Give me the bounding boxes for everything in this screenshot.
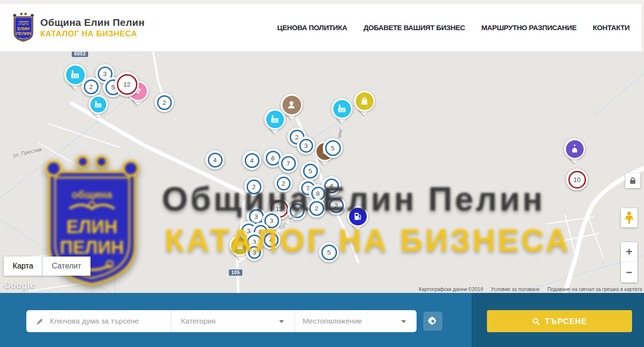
lock-control[interactable] — [625, 173, 640, 188]
search-icon — [532, 317, 540, 325]
cluster-count: 10 — [573, 176, 580, 183]
cluster-marker[interactable]: 2 — [307, 199, 326, 218]
cluster-marker[interactable]: 7 — [279, 154, 298, 173]
search-bar: Категория Местоположение ТЪРСЕНЕ — [0, 293, 644, 347]
cluster-count: 5 — [331, 145, 335, 152]
cluster-count: 12 — [123, 81, 130, 88]
map-canvas[interactable]: 3251222354467522748221283338343510 общин… — [0, 52, 644, 293]
cluster-marker[interactable]: 5 — [323, 138, 343, 158]
cluster-marker[interactable]: 4 — [242, 151, 261, 170]
factory-pin[interactable] — [89, 95, 108, 114]
chevron-down-icon — [279, 320, 284, 323]
map-attribution: Картографски данни ©2019 Условия за полз… — [419, 286, 642, 292]
cluster-count: 7 — [286, 160, 290, 167]
chevron-down-icon — [401, 320, 406, 323]
cluster-marker[interactable]: 2 — [81, 77, 101, 96]
cluster-count: 2 — [334, 202, 338, 209]
municipality-crest-icon: община ЕЛИН ПЕЛИН — [11, 12, 35, 43]
cluster-marker[interactable]: 5 — [319, 242, 339, 262]
cluster-count: 2 — [282, 180, 285, 187]
pegman-control[interactable] — [621, 208, 637, 227]
svg-text:ЕЛИН: ЕЛИН — [17, 26, 29, 31]
cluster-marker[interactable]: 4 — [205, 150, 225, 169]
attribution-terms-link[interactable]: Условия за ползване — [491, 286, 540, 292]
cluster-marker[interactable]: 10 — [566, 168, 588, 190]
map-type-control: Карта Сателит — [4, 257, 90, 276]
category-select[interactable]: Категория — [171, 310, 295, 332]
nav-item-contacts[interactable]: КОНТАКТИ — [593, 23, 630, 32]
cluster-count: 5 — [308, 168, 312, 175]
cluster-count: 2 — [315, 205, 318, 212]
logo-text: Община Елин Пелин КАТАЛОГ НА БИЗНЕСА — [40, 17, 145, 39]
cluster-count: 3 — [304, 142, 308, 149]
road-shield-label: 6002 — [72, 52, 88, 57]
attribution-report-link[interactable]: Подаване на сигнал за грешка в картата — [547, 286, 642, 292]
cluster-count: 12 — [275, 205, 282, 213]
site-title: Община Елин Пелин — [40, 17, 145, 28]
cluster-count: 5 — [327, 249, 331, 256]
cluster-marker[interactable]: 3 — [246, 244, 263, 261]
church-pin[interactable] — [564, 138, 585, 159]
nav-item-add-business[interactable]: ДОБАВЕТЕ ВАШИЯТ БИЗНЕС — [363, 23, 465, 32]
map-markers-layer: 3251222354467522748221283338343510 — [0, 52, 644, 293]
cluster-marker[interactable]: 4 — [261, 230, 281, 249]
cluster-count: 4 — [213, 157, 217, 164]
cluster-count: 2 — [162, 99, 166, 106]
main-nav: ЦЕНОВА ПОЛИТИКА ДОБАВЕТЕ ВАШИЯТ БИЗНЕС М… — [277, 4, 630, 51]
nav-item-pricing[interactable]: ЦЕНОВА ПОЛИТИКА — [277, 23, 347, 32]
zoom-out-button[interactable]: − — [621, 262, 637, 282]
pegman-icon — [625, 211, 633, 224]
svg-text:ПЕЛИН: ПЕЛИН — [16, 31, 31, 36]
attribution-copyright: Картографски данни ©2019 — [419, 286, 483, 292]
zoom-in-button[interactable]: + — [621, 242, 637, 262]
cluster-marker[interactable]: 2 — [274, 174, 293, 192]
cluster-marker[interactable]: 12 — [114, 72, 139, 97]
cluster-count: 8 — [316, 190, 320, 197]
cluster-marker[interactable]: 3 — [297, 136, 315, 155]
cluster-marker[interactable]: 2 — [244, 177, 263, 196]
location-select[interactable]: Местоположение — [295, 310, 417, 332]
cluster-count: 6 — [271, 155, 275, 162]
cluster-count: 2 — [252, 183, 256, 190]
search-button-label: ТЪРСЕНЕ — [545, 317, 587, 326]
page: община ЕЛИН ПЕЛИН Община Елин Пелин КАТА… — [0, 0, 644, 347]
nav-item-timetable[interactable]: МАРШРУТНО РАЗПИСАНИЕ — [481, 23, 576, 32]
pencil-icon — [36, 317, 44, 325]
location-select-value: Местоположение — [303, 317, 362, 325]
map-type-satellite-button[interactable]: Сателит — [43, 257, 90, 276]
svg-text:община: община — [18, 20, 29, 23]
cluster-marker[interactable]: 2 — [327, 196, 346, 215]
site-logo[interactable]: община ЕЛИН ПЕЛИН Община Елин Пелин КАТА… — [11, 12, 145, 43]
site-subtitle: КАТАЛОГ НА БИЗНЕСА — [40, 29, 145, 39]
lock-icon — [630, 177, 636, 184]
cluster-count: 4 — [250, 157, 254, 164]
cluster-count: 4 — [269, 236, 273, 244]
category-select-value: Категория — [181, 317, 215, 325]
google-logo[interactable]: Google — [4, 280, 35, 291]
header: община ЕЛИН ПЕЛИН Община Елин Пелин КАТА… — [0, 4, 641, 52]
fuel-pin[interactable] — [347, 206, 368, 227]
cluster-marker[interactable]: 5 — [301, 161, 320, 180]
gear-icon — [428, 316, 438, 326]
cluster-count: 3 — [103, 70, 107, 78]
factory-pin[interactable] — [331, 98, 352, 119]
top-strip — [0, 0, 644, 4]
cluster-count: 3 — [252, 249, 256, 256]
cluster-marker[interactable]: 2 — [155, 93, 174, 112]
keyword-field-wrap — [26, 310, 171, 332]
road-shield-label: 105 — [229, 269, 242, 276]
cluster-count: 3 — [254, 213, 258, 220]
cluster-count: 3 — [270, 217, 273, 224]
zoom-control: + − — [621, 242, 637, 282]
keyword-search-input[interactable] — [50, 317, 155, 325]
cluster-count: 4 — [329, 182, 333, 190]
advanced-settings-button[interactable] — [423, 312, 442, 331]
search-button[interactable]: ТЪРСЕНЕ — [487, 310, 632, 332]
map-type-map-button[interactable]: Карта — [4, 257, 43, 276]
factory-pin[interactable] — [264, 109, 285, 130]
search-fields: Категория Местоположение — [26, 310, 417, 332]
cluster-count: 2 — [89, 83, 93, 90]
bag-pin[interactable] — [354, 90, 375, 112]
cluster-count: 2 — [295, 134, 299, 141]
